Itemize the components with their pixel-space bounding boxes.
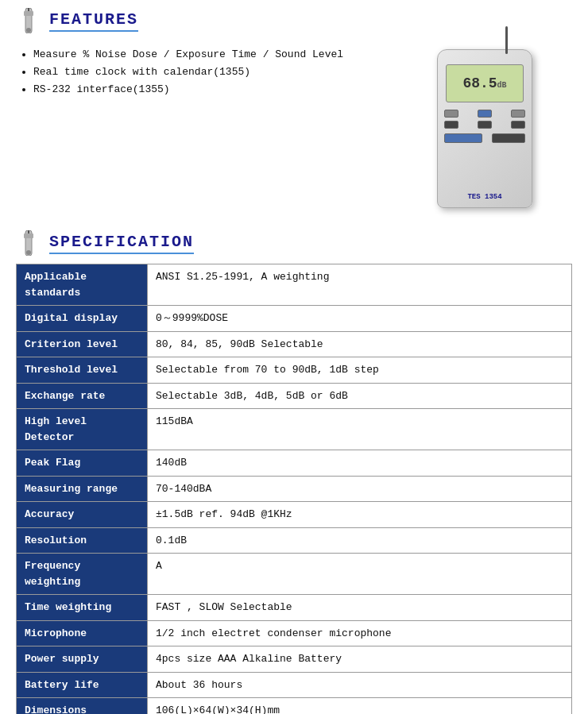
spec-header: SPECIFICATION <box>16 230 572 256</box>
device-btn-6 <box>511 121 525 129</box>
table-row: Power supply4pcs size AAA Alkaline Batte… <box>17 646 572 673</box>
feature-bullet: Real time clock with calendar(1355) <box>33 64 397 81</box>
spec-value-2: 80, 84, 85, 90dB Selectable <box>148 331 572 357</box>
table-row: Threshold levelSelectable from 70 to 90d… <box>17 357 572 384</box>
table-row: Accuracy±1.5dB ref. 94dB @1KHz <box>17 502 572 528</box>
spec-section: SPECIFICATION Applicable standardsANSI S… <box>16 230 572 714</box>
spec-value-9: 0.1dB <box>148 527 572 554</box>
svg-point-6 <box>26 250 31 255</box>
features-area: Measure % Noise Dose / Exposure Time / S… <box>16 41 572 216</box>
features-title: FEATURES <box>49 10 138 32</box>
spec-icon <box>16 230 41 256</box>
spec-label-2: Criterion level <box>17 331 148 357</box>
spec-label-7: Measuring range <box>17 476 148 502</box>
spec-value-14: About 36 hours <box>148 672 572 698</box>
spec-label-0: Applicable standards <box>17 264 148 306</box>
features-header: FEATURES <box>16 8 572 33</box>
device-btn-5 <box>478 121 492 129</box>
spec-label-8: Accuracy <box>17 502 148 528</box>
device-btn-start <box>444 133 482 143</box>
spec-label-14: Battery life <box>17 672 148 698</box>
table-row: High level Detector115dBA <box>17 409 572 450</box>
spec-label-15: Dimensions <box>17 698 148 715</box>
spec-value-7: 70-140dBA <box>148 476 572 502</box>
device-btn-4 <box>444 121 458 129</box>
spec-label-11: Time weighting <box>17 595 148 621</box>
table-row: Exchange rateSelectable 3dB, 4dB, 5dB or… <box>17 383 572 409</box>
device-logo: TES 1354 <box>467 193 501 201</box>
product-image-area: 68.5 dB TES 1 <box>397 41 572 216</box>
table-row: Frequency weightingA <box>17 554 572 595</box>
table-row: Digital display0～9999%DOSE <box>17 306 572 332</box>
device-btn-2 <box>478 110 492 118</box>
features-text-block: Measure % Noise Dose / Exposure Time / S… <box>16 41 397 98</box>
spec-value-5: 115dBA <box>148 409 572 450</box>
product-device: 68.5 dB TES 1 <box>437 49 532 208</box>
spec-value-11: FAST , SLOW Selectable <box>148 595 572 621</box>
device-btn-stop <box>492 133 525 143</box>
table-row: Battery lifeAbout 36 hours <box>17 672 572 698</box>
spec-value-12: 1/2 inch electret condenser microphone <box>148 620 572 646</box>
svg-rect-1 <box>24 11 33 16</box>
svg-point-2 <box>26 28 31 33</box>
spec-value-6: 140dB <box>148 450 572 477</box>
device-screen: 68.5 dB <box>446 64 524 102</box>
table-row: Microphone1/2 inch electret condenser mi… <box>17 620 572 646</box>
table-row: Applicable standardsANSI S1.25-1991, A w… <box>17 264 572 306</box>
features-icon <box>16 8 41 33</box>
table-row: Dimensions106(L)×64(W)×34(H)mm <box>17 698 572 715</box>
svg-rect-5 <box>24 233 33 238</box>
spec-value-8: ±1.5dB ref. 94dB @1KHz <box>148 502 572 528</box>
spec-value-13: 4pcs size AAA Alkaline Battery <box>148 646 572 673</box>
spec-value-1: 0～9999%DOSE <box>148 306 572 332</box>
spec-table: Applicable standardsANSI S1.25-1991, A w… <box>16 264 572 714</box>
table-row: Measuring range70-140dBA <box>17 476 572 502</box>
spec-value-3: Selectable from 70 to 90dB, 1dB step <box>148 357 572 384</box>
spec-label-4: Exchange rate <box>17 383 148 409</box>
table-row: Peak Flag140dB <box>17 450 572 477</box>
spec-label-6: Peak Flag <box>17 450 148 477</box>
table-row: Resolution0.1dB <box>17 527 572 554</box>
features-list: Measure % Noise Dose / Exposure Time / S… <box>16 46 397 98</box>
table-row: Criterion level80, 84, 85, 90dB Selectab… <box>17 331 572 357</box>
device-buttons <box>444 110 525 146</box>
feature-bullet: RS-232 interface(1355) <box>33 81 397 98</box>
spec-label-12: Microphone <box>17 620 148 646</box>
spec-value-0: ANSI S1.25-1991, A weighting <box>148 264 572 306</box>
feature-bullet: Measure % Noise Dose / Exposure Time / S… <box>33 46 397 64</box>
spec-value-10: A <box>148 554 572 595</box>
spec-title: SPECIFICATION <box>49 233 194 254</box>
spec-label-10: Frequency weighting <box>17 554 148 595</box>
spec-label-1: Digital display <box>17 306 148 332</box>
device-cable <box>505 26 508 54</box>
spec-value-4: Selectable 3dB, 4dB, 5dB or 6dB <box>148 383 572 409</box>
table-row: Time weightingFAST , SLOW Selectable <box>17 595 572 621</box>
spec-label-9: Resolution <box>17 527 148 554</box>
device-btn-3 <box>511 110 525 118</box>
device-btn-1 <box>444 110 458 118</box>
spec-value-15: 106(L)×64(W)×34(H)mm <box>148 698 572 715</box>
spec-label-13: Power supply <box>17 646 148 673</box>
spec-label-3: Threshold level <box>17 357 148 384</box>
spec-label-5: High level Detector <box>17 409 148 450</box>
